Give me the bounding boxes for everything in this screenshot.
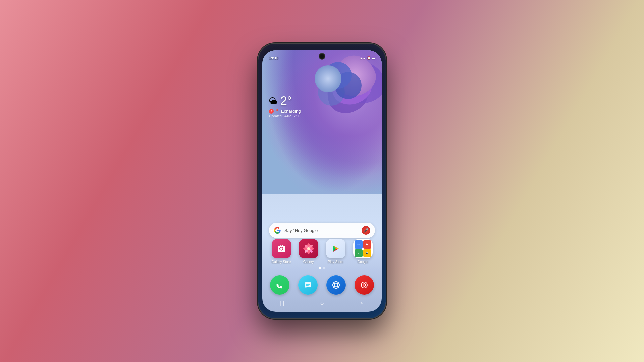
phone-body: 19:10 ▲▲ ⏰ ▬ 🌥 2° ! 📍 Echarding Up [258, 44, 386, 318]
nav-recents-button[interactable]: ||| [276, 297, 288, 309]
galaxy-store-label: Galaxy Store [272, 260, 291, 264]
alarm-icon: ⏰ [367, 56, 371, 60]
google-search-bar[interactable]: Say "Hey Google" 🎤 [269, 223, 375, 238]
weather-location: Echarding [281, 109, 301, 114]
app-play-store[interactable]: Play Store [324, 239, 348, 264]
google-folder-label: Google [357, 260, 368, 264]
apps-grid: Galaxy Store [269, 239, 375, 273]
app-gallery[interactable]: Gallery [297, 239, 321, 264]
nav-home-button[interactable]: ○ [316, 297, 328, 309]
weather-updated: Updated 04/02 17:03 [269, 114, 301, 118]
nav-back-button[interactable]: < [356, 297, 368, 309]
weather-alert-icon: ! [269, 109, 274, 114]
google-g-logo [274, 227, 281, 234]
nav-bar: ||| ○ < [262, 297, 382, 309]
status-icons: ▲▲ ⏰ ▬ [360, 56, 375, 60]
svg-rect-18 [306, 285, 309, 286]
weather-temp-row: 🌥 2° [269, 94, 301, 108]
wifi-icon: ▲▲ [360, 56, 366, 60]
dock-screen-recorder[interactable] [355, 275, 374, 295]
svg-marker-16 [305, 287, 307, 288]
camera-cutout [319, 54, 325, 59]
dock-browser[interactable] [326, 275, 346, 295]
svg-rect-17 [306, 284, 310, 285]
gallery-label: Gallery [303, 260, 314, 264]
page-dots [269, 267, 375, 269]
dock [266, 273, 378, 297]
wallpaper [262, 50, 382, 194]
status-time: 19:10 [269, 56, 278, 60]
microphone-icon[interactable]: 🎤 [362, 226, 370, 235]
weather-cloud-icon: 🌥 [269, 96, 278, 106]
location-pin-icon: 📍 [275, 109, 280, 113]
play-store-label: Play Store [328, 260, 343, 264]
svg-point-0 [280, 248, 282, 250]
google-folder-icon: G ▶ M 📷 [353, 239, 373, 258]
weather-location-row: ! 📍 Echarding [269, 109, 301, 114]
app-galaxy-store[interactable]: Galaxy Store [269, 239, 293, 264]
svg-point-10 [307, 247, 310, 250]
dock-messages[interactable] [298, 275, 318, 295]
dock-phone[interactable] [270, 275, 289, 295]
dot-inactive [323, 267, 325, 269]
svg-point-26 [363, 284, 365, 286]
galaxy-store-icon [272, 239, 291, 258]
apps-row-1: Galaxy Store [269, 239, 375, 264]
phone-device: 19:10 ▲▲ ⏰ ▬ 🌥 2° ! 📍 Echarding Up [258, 44, 386, 318]
weather-widget: 🌥 2° ! 📍 Echarding Updated 04/02 17:03 [269, 94, 301, 118]
battery-icon: ▬ [372, 56, 375, 60]
weather-temperature: 2° [280, 94, 292, 108]
search-placeholder: Say "Hey Google" [284, 228, 358, 233]
play-store-icon [326, 239, 345, 258]
flower-decoration [308, 52, 375, 119]
gallery-icon [299, 239, 318, 258]
phone-screen: 19:10 ▲▲ ⏰ ▬ 🌥 2° ! 📍 Echarding Up [262, 50, 382, 312]
dot-active [319, 267, 321, 269]
app-google-folder[interactable]: G ▶ M 📷 Google [351, 239, 375, 264]
